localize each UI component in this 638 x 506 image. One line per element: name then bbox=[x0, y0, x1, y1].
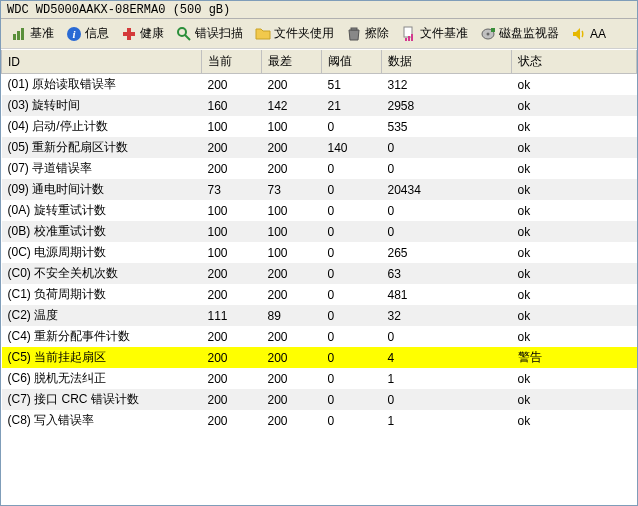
cell-status: ok bbox=[512, 284, 637, 305]
svg-rect-10 bbox=[408, 36, 410, 41]
filebench-icon bbox=[401, 26, 417, 42]
cell-data: 0 bbox=[382, 200, 512, 221]
cell-id: (C8) 写入错误率 bbox=[2, 410, 202, 431]
cell-threshold: 0 bbox=[322, 347, 382, 368]
table-row[interactable]: (0A) 旋转重试计数10010000ok bbox=[2, 200, 637, 221]
info-button[interactable]: i 信息 bbox=[62, 23, 113, 44]
cell-id: (C4) 重新分配事件计数 bbox=[2, 326, 202, 347]
table-row[interactable]: (05) 重新分配扇区计数2002001400ok bbox=[2, 137, 637, 158]
header-id[interactable]: ID bbox=[2, 50, 202, 74]
cell-current: 100 bbox=[202, 242, 262, 263]
header-threshold[interactable]: 阈值 bbox=[322, 50, 382, 74]
table-row[interactable]: (0B) 校准重试计数10010000ok bbox=[2, 221, 637, 242]
table-row[interactable]: (C6) 脱机无法纠正20020001ok bbox=[2, 368, 637, 389]
table-row[interactable]: (01) 原始读取错误率20020051312ok bbox=[2, 74, 637, 96]
cell-worst: 100 bbox=[262, 242, 322, 263]
svg-rect-0 bbox=[13, 34, 16, 40]
cell-data: 265 bbox=[382, 242, 512, 263]
filebench-button[interactable]: 文件基准 bbox=[397, 23, 472, 44]
cell-data: 20434 bbox=[382, 179, 512, 200]
cell-id: (0A) 旋转重试计数 bbox=[2, 200, 202, 221]
cell-worst: 200 bbox=[262, 368, 322, 389]
folderusage-label: 文件夹使用 bbox=[274, 25, 334, 42]
cell-data: 312 bbox=[382, 74, 512, 96]
cell-status: ok bbox=[512, 74, 637, 96]
header-worst[interactable]: 最差 bbox=[262, 50, 322, 74]
folderusage-button[interactable]: 文件夹使用 bbox=[251, 23, 338, 44]
svg-point-13 bbox=[487, 32, 490, 35]
cell-worst: 200 bbox=[262, 263, 322, 284]
cell-status: ok bbox=[512, 326, 637, 347]
cell-worst: 200 bbox=[262, 347, 322, 368]
table-row[interactable]: (C0) 不安全关机次数200200063ok bbox=[2, 263, 637, 284]
aam-button[interactable]: AA bbox=[567, 24, 610, 44]
cell-threshold: 0 bbox=[322, 284, 382, 305]
header-data[interactable]: 数据 bbox=[382, 50, 512, 74]
cell-worst: 200 bbox=[262, 137, 322, 158]
cell-threshold: 0 bbox=[322, 389, 382, 410]
folder-icon bbox=[255, 26, 271, 42]
cell-worst: 100 bbox=[262, 200, 322, 221]
cell-data: 0 bbox=[382, 158, 512, 179]
table-row[interactable]: (C5) 当前挂起扇区20020004警告 bbox=[2, 347, 637, 368]
benchmark-icon bbox=[11, 26, 27, 42]
health-label: 健康 bbox=[140, 25, 164, 42]
table-row[interactable]: (C8) 写入错误率20020001ok bbox=[2, 410, 637, 431]
cell-threshold: 0 bbox=[322, 116, 382, 137]
cell-status: ok bbox=[512, 137, 637, 158]
errorscan-icon bbox=[176, 26, 192, 42]
cell-data: 0 bbox=[382, 389, 512, 410]
diskmonitor-button[interactable]: 磁盘监视器 bbox=[476, 23, 563, 44]
table-row[interactable]: (03) 旋转时间160142212958ok bbox=[2, 95, 637, 116]
header-current[interactable]: 当前 bbox=[202, 50, 262, 74]
table-row[interactable]: (C4) 重新分配事件计数20020000ok bbox=[2, 326, 637, 347]
cell-threshold: 0 bbox=[322, 200, 382, 221]
header-status[interactable]: 状态 bbox=[512, 50, 637, 74]
cell-id: (0C) 电源周期计数 bbox=[2, 242, 202, 263]
cell-data: 0 bbox=[382, 221, 512, 242]
health-button[interactable]: 健康 bbox=[117, 23, 168, 44]
svg-rect-7 bbox=[351, 28, 357, 30]
cell-id: (C1) 负荷周期计数 bbox=[2, 284, 202, 305]
cell-current: 100 bbox=[202, 200, 262, 221]
header-row: ID 当前 最差 阈值 数据 状态 bbox=[2, 50, 637, 74]
table-row[interactable]: (09) 通电时间计数7373020434ok bbox=[2, 179, 637, 200]
benchmark-button[interactable]: 基准 bbox=[7, 23, 58, 44]
cell-status: ok bbox=[512, 410, 637, 431]
cell-worst: 100 bbox=[262, 116, 322, 137]
cell-current: 200 bbox=[202, 74, 262, 96]
cell-status: ok bbox=[512, 221, 637, 242]
cell-id: (05) 重新分配扇区计数 bbox=[2, 137, 202, 158]
cell-data: 1 bbox=[382, 410, 512, 431]
cell-threshold: 0 bbox=[322, 158, 382, 179]
cell-data: 0 bbox=[382, 137, 512, 158]
table-row[interactable]: (C7) 接口 CRC 错误计数20020000ok bbox=[2, 389, 637, 410]
cell-threshold: 0 bbox=[322, 263, 382, 284]
cell-status: ok bbox=[512, 242, 637, 263]
cell-status: ok bbox=[512, 95, 637, 116]
diskmonitor-icon bbox=[480, 26, 496, 42]
table-row[interactable]: (C1) 负荷周期计数2002000481ok bbox=[2, 284, 637, 305]
table-row[interactable]: (C2) 温度11189032ok bbox=[2, 305, 637, 326]
cell-id: (C0) 不安全关机次数 bbox=[2, 263, 202, 284]
cell-worst: 200 bbox=[262, 326, 322, 347]
aam-label: AA bbox=[590, 27, 606, 41]
toolbar: 基准 i 信息 健康 错误扫描 文件夹使用 擦除 文件基准 bbox=[1, 19, 637, 49]
erase-button[interactable]: 擦除 bbox=[342, 23, 393, 44]
cell-worst: 73 bbox=[262, 179, 322, 200]
cell-current: 200 bbox=[202, 263, 262, 284]
cell-worst: 200 bbox=[262, 284, 322, 305]
cell-threshold: 0 bbox=[322, 368, 382, 389]
cell-threshold: 0 bbox=[322, 326, 382, 347]
cell-id: (C2) 温度 bbox=[2, 305, 202, 326]
cell-id: (C6) 脱机无法纠正 bbox=[2, 368, 202, 389]
cell-id: (0B) 校准重试计数 bbox=[2, 221, 202, 242]
table-row[interactable]: (07) 寻道错误率20020000ok bbox=[2, 158, 637, 179]
errorscan-button[interactable]: 错误扫描 bbox=[172, 23, 247, 44]
cell-threshold: 140 bbox=[322, 137, 382, 158]
cell-worst: 200 bbox=[262, 158, 322, 179]
table-row[interactable]: (0C) 电源周期计数1001000265ok bbox=[2, 242, 637, 263]
table-row[interactable]: (04) 启动/停止计数1001000535ok bbox=[2, 116, 637, 137]
cell-worst: 142 bbox=[262, 95, 322, 116]
svg-rect-9 bbox=[405, 38, 407, 41]
